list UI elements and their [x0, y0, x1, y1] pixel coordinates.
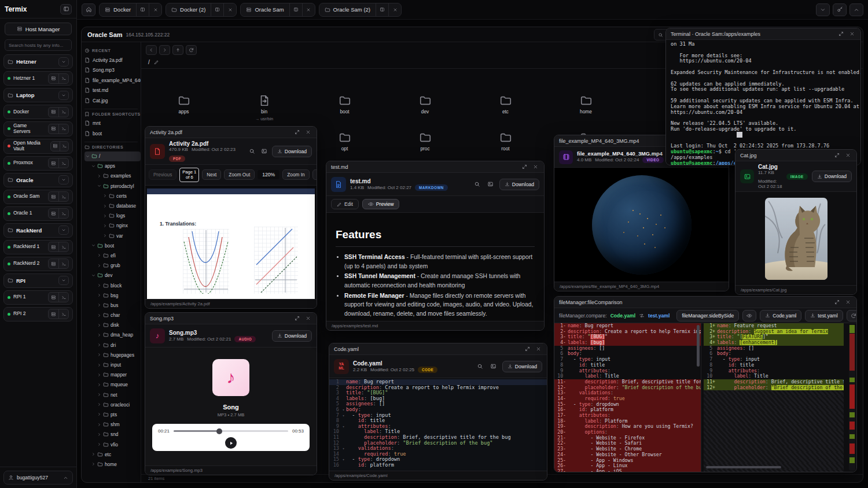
side-by-side-button[interactable]: fileManager.sideBySide [676, 310, 739, 321]
host-item-racknerd-1[interactable]: RackNerd 1 [3, 240, 73, 254]
download-button[interactable]: Download [499, 179, 539, 190]
download-button[interactable]: Download [812, 171, 852, 182]
swap-icon[interactable] [639, 313, 645, 319]
diff-pane-left[interactable]: 1-name: Bug report2-description: Create … [554, 323, 701, 472]
code-editor[interactable]: 1 name: Bug report2 description: Create … [329, 378, 547, 471]
close-icon[interactable] [848, 30, 856, 38]
open-file-manager-button[interactable] [49, 192, 58, 201]
tree-item-hugepages[interactable]: hugepages [84, 350, 141, 360]
terminal-titlebar[interactable]: Terminal · Oracle Sam:/apps/examples [666, 28, 860, 40]
zoom-in-button[interactable]: Zoom In [282, 169, 309, 180]
open-file-manager-button[interactable] [49, 108, 58, 117]
expand-icon[interactable] [293, 128, 301, 136]
tree-item-boot[interactable]: boot [84, 241, 141, 250]
collapse-group-button[interactable] [58, 91, 69, 100]
comparison-titlebar[interactable]: fileManager:fileComparison [554, 297, 856, 308]
edit-tab[interactable]: Edit [331, 199, 359, 209]
right-hscrollbar[interactable] [706, 466, 781, 468]
expand-icon[interactable] [833, 151, 841, 159]
host-item-open-media-vault[interactable]: Open Media Vault [3, 139, 73, 154]
open-terminal-button[interactable] [58, 108, 68, 117]
download-right-button[interactable]: test.yaml [805, 310, 843, 321]
md-titlebar[interactable]: test.md [326, 161, 544, 173]
user-menu[interactable]: bugattiguy527 [3, 471, 73, 485]
grid-folder-root[interactable]: root [465, 131, 546, 151]
expand-icon[interactable] [524, 345, 531, 353]
diff-pane-right[interactable]: 1+name: Feature request2+description: Su… [704, 323, 844, 472]
host-group-hetzner[interactable]: Hetzner [3, 54, 73, 69]
tree-item-pterodactyl[interactable]: pterodactyl [84, 181, 141, 191]
tree-item-snd[interactable]: snd [84, 430, 141, 439]
next-page-button[interactable]: Next [202, 169, 221, 180]
grid-folder-bin[interactable]: bin→ usr/bin [224, 94, 304, 121]
credentials-button[interactable] [833, 3, 847, 16]
collapse-group-button[interactable] [58, 175, 69, 184]
split-tab-button[interactable] [289, 3, 302, 16]
host-item-proxmox[interactable]: Proxmox [3, 156, 73, 171]
tree-item-bus[interactable]: bus [84, 300, 141, 310]
open-terminal-button[interactable] [58, 124, 68, 134]
tree-item-certs[interactable]: certs [84, 191, 141, 201]
diff-minimap[interactable] [849, 324, 855, 471]
image-titlebar[interactable]: Cat.jpg [735, 150, 856, 161]
host-item-docker[interactable]: Docker [3, 105, 73, 119]
close-tab-button[interactable] [388, 3, 401, 16]
seek-slider[interactable] [174, 430, 288, 432]
recent-file-item[interactable]: Activity 2a.pdf [84, 55, 141, 65]
close-tab-button[interactable] [302, 3, 315, 16]
search-icon[interactable] [473, 180, 482, 189]
expand-icon[interactable] [833, 298, 841, 306]
open-file-manager-button[interactable] [49, 74, 58, 83]
close-icon[interactable] [532, 163, 539, 171]
open-terminal-button[interactable] [58, 309, 68, 319]
tree-item-shm[interactable]: shm [84, 420, 141, 430]
search-icon[interactable] [248, 147, 256, 156]
grid-folder-apps[interactable]: apps [144, 94, 224, 114]
zoom-out-button[interactable]: Zoom Out [224, 169, 255, 180]
left-scrollbar[interactable] [697, 325, 700, 367]
tree-item-[interactable]: / [84, 151, 141, 161]
grid-folder-boot[interactable]: boot [304, 94, 385, 114]
split-tab-button[interactable] [136, 3, 149, 16]
tree-item-char[interactable]: char [84, 310, 141, 320]
host-item-oracle-sam[interactable]: Oracle Sam [3, 190, 73, 204]
tree-item-var[interactable]: var [84, 231, 141, 241]
download-button[interactable]: Download [272, 330, 312, 342]
collapse-group-button[interactable] [58, 276, 69, 285]
shortcut-item[interactable]: mnt [84, 119, 141, 129]
open-file-manager-button[interactable] [49, 259, 58, 268]
preview-icon[interactable] [260, 147, 268, 156]
preview-icon[interactable] [486, 180, 495, 189]
open-terminal-button[interactable] [58, 293, 68, 302]
tree-item-oracleoci[interactable]: oracleoci [84, 400, 141, 409]
split-tab-button[interactable] [376, 3, 388, 16]
close-tab-button[interactable] [223, 3, 236, 16]
tree-item-vfio[interactable]: vfio [84, 439, 141, 449]
tree-item-net[interactable]: net [84, 390, 141, 400]
back-button[interactable] [146, 45, 157, 55]
terminal-output[interactable]: on 31 Ma For more details see: https://u… [666, 40, 860, 165]
shortcut-item[interactable]: boot [84, 128, 141, 139]
grid-folder-etc[interactable]: etc [465, 94, 546, 114]
open-file-manager-button[interactable] [49, 242, 58, 252]
expand-icon[interactable] [293, 315, 301, 322]
close-icon[interactable] [304, 128, 312, 136]
host-group-oracle[interactable]: Oracle [3, 173, 73, 187]
close-tab-button[interactable] [149, 3, 161, 16]
split-tab-button[interactable] [211, 3, 223, 16]
toggle-view-button[interactable] [742, 310, 756, 321]
tab-docker-2-[interactable]: Docker (2) [165, 3, 237, 17]
host-group-rpi[interactable]: RPI [3, 273, 73, 288]
open-file-manager-button[interactable] [49, 309, 58, 319]
close-icon[interactable] [535, 345, 542, 353]
pdf-titlebar[interactable]: Activity 2a.pdf [145, 127, 317, 138]
download-left-button[interactable]: Code.yaml [760, 310, 801, 321]
preview-icon[interactable] [489, 362, 498, 371]
expand-icon[interactable] [837, 30, 845, 38]
up-button[interactable] [172, 45, 183, 55]
forward-button[interactable] [159, 45, 170, 55]
tree-item-home[interactable]: home [84, 459, 141, 469]
download-button[interactable]: Download [502, 361, 542, 372]
tree-item-apps[interactable]: apps [84, 161, 141, 171]
tree-item-input[interactable]: input [84, 360, 141, 369]
